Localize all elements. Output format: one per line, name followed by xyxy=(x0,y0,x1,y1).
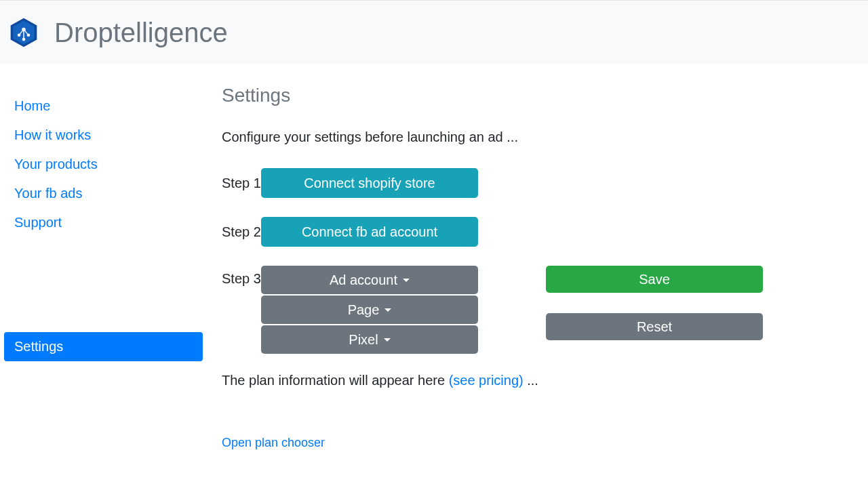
nav-your-products[interactable]: Your products xyxy=(4,150,203,179)
app-header: Droptelligence xyxy=(0,0,868,64)
main-content: Settings Configure your settings before … xyxy=(207,64,868,450)
pixel-dropdown[interactable]: Pixel xyxy=(261,325,478,354)
nav-your-fb-ads[interactable]: Your fb ads xyxy=(4,179,203,208)
nav-support[interactable]: Support xyxy=(4,208,203,237)
brand-title: Droptelligence xyxy=(54,18,228,48)
connect-fb-label: Connect fb ad account xyxy=(302,224,437,240)
plan-info-line: The plan information will appear here (s… xyxy=(222,373,841,388)
chevron-down-icon xyxy=(384,308,391,312)
ad-account-label: Ad account xyxy=(330,272,397,288)
plan-info-prefix: The plan information will appear here xyxy=(222,373,449,388)
sidebar-nav: Home How it works Your products Your fb … xyxy=(0,64,207,450)
pixel-label: Pixel xyxy=(349,332,378,348)
save-button[interactable]: Save xyxy=(546,266,763,293)
chevron-down-icon xyxy=(403,279,410,282)
logo-hexagon-icon xyxy=(8,17,39,48)
reset-button[interactable]: Reset xyxy=(546,313,763,340)
nav-settings[interactable]: Settings xyxy=(4,332,203,361)
connect-shopify-label: Connect shopify store xyxy=(304,176,435,191)
step3-label: Step 3 xyxy=(222,266,261,287)
ad-account-dropdown[interactable]: Ad account xyxy=(261,266,478,294)
page-label: Page xyxy=(348,302,380,318)
chevron-down-icon xyxy=(384,338,391,342)
page-title: Settings xyxy=(222,85,841,106)
plan-info-suffix: ... xyxy=(524,373,538,388)
connect-shopify-button[interactable]: Connect shopify store xyxy=(261,168,478,198)
page-subtitle: Configure your settings before launching… xyxy=(222,129,841,145)
step2-label: Step 2 xyxy=(222,224,261,240)
brand-logo xyxy=(8,17,39,48)
page-dropdown[interactable]: Page xyxy=(261,296,478,324)
nav-home[interactable]: Home xyxy=(4,92,203,121)
step1-label: Step 1 xyxy=(222,176,261,191)
connect-fb-button[interactable]: Connect fb ad account xyxy=(261,217,478,247)
open-plan-chooser-link[interactable]: Open plan chooser xyxy=(222,436,325,450)
see-pricing-link[interactable]: (see pricing) xyxy=(449,373,524,388)
nav-how-it-works[interactable]: How it works xyxy=(4,121,203,150)
